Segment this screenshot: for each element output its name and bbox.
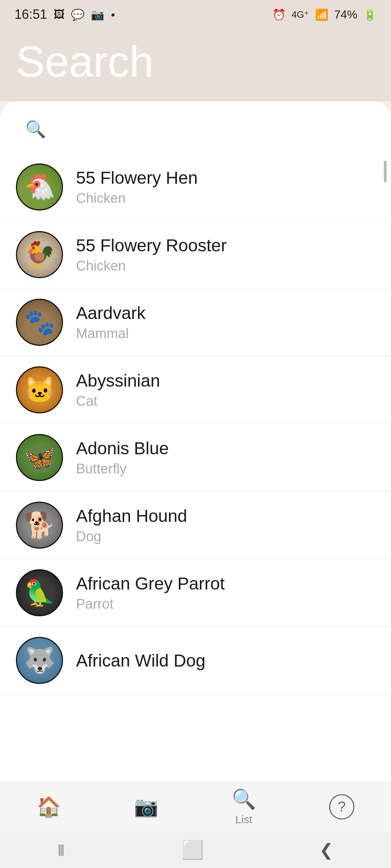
animal-avatar-emoji: 🐔 xyxy=(24,174,55,200)
animal-name: 55 Flowery Hen xyxy=(76,168,198,188)
animal-name: Aardvark xyxy=(76,303,146,323)
animal-info: AbyssinianCat xyxy=(76,371,160,409)
status-photo-icon: 🖼 xyxy=(54,8,64,21)
alarm-icon: ⏰ xyxy=(272,8,286,21)
animal-name: Afghan Hound xyxy=(76,506,187,526)
back-button[interactable]: ❮ xyxy=(319,840,333,860)
list-item[interactable]: 🐓55 Flowery RoosterChicken xyxy=(0,221,391,289)
animal-name: 55 Flowery Rooster xyxy=(76,235,227,255)
animal-avatar: 🐔 xyxy=(16,163,63,210)
animal-name: African Grey Parrot xyxy=(76,574,225,593)
nav-item-camera[interactable]: 📷 xyxy=(134,795,158,818)
status-time-section: 16:51 🖼 💬 📷 ● xyxy=(14,7,115,22)
animal-type: Mammal xyxy=(76,326,146,341)
list-item[interactable]: 🦜African Grey ParrotParrot xyxy=(0,559,391,627)
status-time: 16:51 xyxy=(14,7,47,22)
status-right-section: ⏰ 4G⁺ 📶 74% 🔋 xyxy=(272,8,377,21)
battery-icon: 🔋 xyxy=(363,8,377,21)
animal-list-container: 🐔55 Flowery HenChicken🐓55 Flowery Rooste… xyxy=(0,153,391,781)
animal-info: AardvarkMammal xyxy=(76,303,146,341)
animal-avatar: 🐱 xyxy=(16,366,63,413)
animal-name: Adonis Blue xyxy=(76,438,169,458)
system-nav: ⦀ ⬜ ❮ xyxy=(0,832,391,868)
search-input[interactable] xyxy=(53,121,366,137)
animal-type: Chicken xyxy=(76,191,198,206)
animal-avatar: 🦜 xyxy=(16,569,63,616)
animal-type: Cat xyxy=(76,393,160,409)
list-item[interactable]: 🐕Afghan HoundDog xyxy=(0,492,391,559)
animal-avatar-emoji: 🐓 xyxy=(24,242,55,267)
animal-avatar: 🐕 xyxy=(16,502,63,549)
animal-avatar-emoji: 🦋 xyxy=(24,445,55,470)
status-messenger-icon: 💬 xyxy=(71,8,84,21)
home-icon: 🏠 xyxy=(37,795,61,818)
list-item[interactable]: 🐔55 Flowery HenChicken xyxy=(0,153,391,221)
camera-icon: 📷 xyxy=(134,795,158,818)
animal-info: 55 Flowery HenChicken xyxy=(76,168,198,206)
battery-level: 74% xyxy=(334,8,357,21)
page-title: Search xyxy=(16,40,375,83)
status-dot: ● xyxy=(111,10,115,19)
bottom-nav: 🏠 📷 🔍 List ? xyxy=(0,781,391,832)
animal-avatar-emoji: 🐺 xyxy=(24,648,55,673)
network-4g-icon: 4G⁺ xyxy=(291,9,309,20)
animal-info: African Grey ParrotParrot xyxy=(76,574,225,612)
nav-item-home[interactable]: 🏠 xyxy=(37,795,61,818)
animal-type: Dog xyxy=(76,529,187,544)
home-button[interactable]: ⬜ xyxy=(181,839,204,860)
recents-button[interactable]: ⦀ xyxy=(58,840,66,860)
search-bar[interactable]: 🔍 xyxy=(14,112,377,146)
search-list-icon: 🔍 xyxy=(232,788,256,810)
animal-name: African Wild Dog xyxy=(76,651,205,671)
animal-avatar-emoji: 🐱 xyxy=(24,377,55,403)
signal-icon: 📶 xyxy=(315,8,328,21)
animal-name: Abyssinian xyxy=(76,371,160,391)
search-icon: 🔍 xyxy=(25,119,46,139)
list-item[interactable]: 🐺African Wild Dog xyxy=(0,627,391,694)
nav-item-list[interactable]: 🔍 List xyxy=(232,788,256,826)
list-item[interactable]: 🐱AbyssinianCat xyxy=(0,356,391,424)
animal-avatar-emoji: 🐾 xyxy=(24,310,55,335)
nav-list-label: List xyxy=(235,813,252,826)
animal-avatar: 🐓 xyxy=(16,231,63,278)
status-bar: 16:51 🖼 💬 📷 ● ⏰ 4G⁺ 📶 74% 🔋 xyxy=(0,0,391,29)
list-item[interactable]: 🐾AardvarkMammal xyxy=(0,289,391,356)
animal-list: 🐔55 Flowery HenChicken🐓55 Flowery Rooste… xyxy=(0,153,391,694)
animal-type: Chicken xyxy=(76,258,227,274)
animal-type: Butterfly xyxy=(76,461,169,477)
animal-avatar: 🦋 xyxy=(16,434,63,481)
help-icon: ? xyxy=(329,794,354,820)
status-instagram-icon: 📷 xyxy=(91,8,104,21)
list-item[interactable]: 🦋Adonis BlueButterfly xyxy=(0,424,391,492)
animal-type: Parrot xyxy=(76,596,225,612)
animal-info: Adonis BlueButterfly xyxy=(76,438,169,477)
animal-avatar: 🐾 xyxy=(16,299,63,346)
animal-info: Afghan HoundDog xyxy=(76,506,187,544)
animal-info: African Wild Dog xyxy=(76,651,205,671)
nav-item-help[interactable]: ? xyxy=(329,794,354,820)
animal-avatar-emoji: 🐕 xyxy=(24,512,55,538)
animal-avatar-emoji: 🦜 xyxy=(24,580,55,605)
animal-avatar: 🐺 xyxy=(16,637,63,684)
scrollbar[interactable] xyxy=(384,161,387,182)
search-container: 🔍 xyxy=(0,101,391,153)
animal-info: 55 Flowery RoosterChicken xyxy=(76,235,227,274)
header: Search xyxy=(0,29,391,101)
